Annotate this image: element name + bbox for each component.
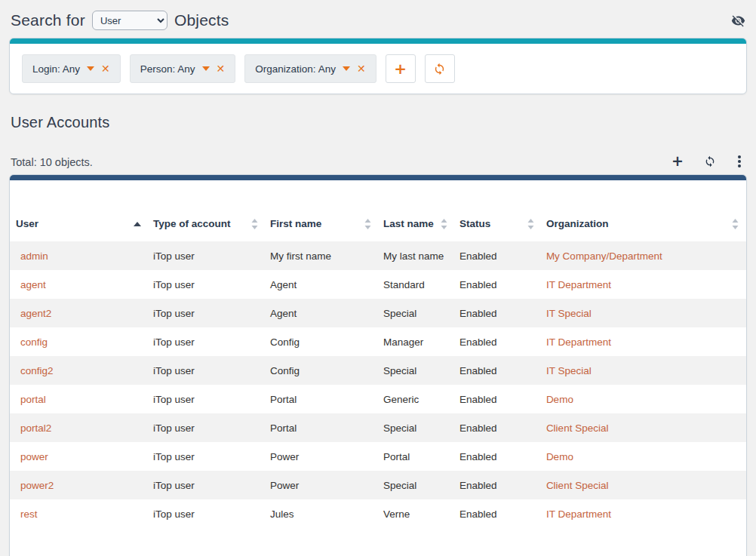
organization-link[interactable]: IT Special	[546, 308, 592, 319]
cell-type-of-account: iTop user	[147, 299, 264, 327]
column-header-label: Last name	[383, 218, 434, 229]
table-row: power iTop user Power Portal Enabled Dem…	[10, 442, 746, 471]
cell-status: Enabled	[453, 241, 540, 270]
eye-slash-icon[interactable]	[731, 14, 745, 28]
table-row: power2 iTop user Power Special Enabled C…	[10, 471, 746, 499]
search-header: Search for User Objects	[11, 11, 745, 30]
list-toolbar: Total: 10 objects. +	[11, 154, 745, 168]
remove-criterion-icon[interactable]: ✕	[357, 63, 366, 74]
column-header[interactable]: Last name	[377, 209, 453, 241]
column-header-label: Status	[459, 218, 490, 229]
user-link[interactable]: config	[20, 336, 48, 348]
filter-chip-label: Login: Any	[32, 63, 80, 75]
class-select[interactable]: User	[92, 11, 167, 30]
cell-first-name: My first name	[264, 241, 377, 270]
table-panel-accent-bar	[10, 175, 746, 180]
user-link[interactable]: agent2	[20, 308, 51, 319]
user-link[interactable]: admin	[20, 250, 48, 262]
cell-first-name: Config	[264, 356, 377, 385]
organization-link[interactable]: IT Department	[546, 508, 611, 520]
user-link[interactable]: agent	[20, 279, 46, 290]
remove-criterion-icon[interactable]: ✕	[101, 63, 110, 74]
cell-first-name: Jules	[264, 499, 377, 528]
column-header[interactable]: First name	[264, 209, 377, 241]
plus-icon: +	[394, 60, 407, 78]
cell-last-name: Generic	[377, 385, 453, 413]
user-link[interactable]: rest	[20, 508, 38, 520]
cell-last-name: Special	[377, 299, 453, 327]
add-criterion-button[interactable]: +	[386, 54, 416, 83]
filter-chip[interactable]: Login: Any ✕	[22, 54, 121, 83]
filter-chip[interactable]: Person: Any ✕	[130, 54, 236, 83]
remove-criterion-icon[interactable]: ✕	[217, 63, 226, 74]
cell-last-name: Standard	[377, 270, 453, 299]
user-link[interactable]: power	[20, 451, 48, 462]
table-row: agent iTop user Agent Standard Enabled I…	[10, 270, 746, 299]
sort-ascending-icon[interactable]	[134, 222, 141, 226]
organization-link[interactable]: Client Special	[546, 480, 609, 491]
cell-last-name: Special	[377, 356, 453, 385]
organization-link[interactable]: Client Special	[546, 422, 609, 434]
cell-status: Enabled	[453, 299, 540, 327]
plus-icon: +	[671, 154, 684, 168]
cell-type-of-account: iTop user	[147, 356, 264, 385]
table-row: admin iTop user My first name My last na…	[10, 241, 746, 270]
user-link[interactable]: portal2	[20, 422, 51, 434]
chevron-down-icon[interactable]	[202, 66, 210, 71]
cell-last-name: Manager	[377, 327, 453, 356]
search-panel-accent-bar	[10, 38, 746, 44]
user-link[interactable]: power2	[20, 480, 54, 491]
organization-link[interactable]: My Company/Department	[546, 250, 662, 262]
sort-icon[interactable]	[364, 219, 371, 229]
chevron-down-icon[interactable]	[87, 66, 94, 71]
refresh-icon	[433, 63, 446, 75]
refresh-icon	[704, 155, 716, 167]
column-header-label: Organization	[546, 218, 609, 229]
total-count: Total: 10 objects.	[11, 156, 93, 168]
user-link[interactable]: portal	[20, 394, 46, 405]
cell-type-of-account: iTop user	[147, 270, 264, 299]
organization-link[interactable]: IT Department	[546, 336, 611, 348]
cell-first-name: Portal	[264, 413, 377, 442]
sort-icon[interactable]	[251, 219, 258, 229]
organization-link[interactable]: IT Special	[546, 365, 592, 376]
user-link[interactable]: config2	[20, 365, 54, 376]
table-row: config2 iTop user Config Special Enabled…	[10, 356, 746, 385]
page: Search for User Objects Login: Any ✕	[0, 0, 756, 556]
column-header[interactable]: User	[10, 209, 147, 241]
column-header-label: First name	[270, 218, 321, 229]
cell-type-of-account: iTop user	[147, 413, 264, 442]
cell-last-name: Special	[377, 471, 453, 499]
criteria-chips: Login: Any ✕ Person: Any ✕ Organization:…	[22, 54, 376, 83]
filter-chip[interactable]: Organization: Any ✕	[244, 54, 376, 83]
organization-link[interactable]: Demo	[546, 451, 573, 462]
cell-first-name: Power	[264, 442, 377, 471]
cell-type-of-account: iTop user	[147, 499, 264, 528]
cell-status: Enabled	[453, 471, 540, 499]
column-header[interactable]: Type of account	[147, 209, 264, 241]
organization-link[interactable]: IT Department	[546, 279, 611, 290]
column-header[interactable]: Organization	[540, 209, 746, 241]
cell-status: Enabled	[453, 385, 540, 413]
table-row: agent2 iTop user Agent Special Enabled I…	[10, 299, 746, 327]
sort-icon[interactable]	[732, 219, 739, 229]
column-header-label: User	[16, 218, 38, 229]
kebab-menu-icon	[738, 160, 741, 163]
cell-last-name: Portal	[377, 442, 453, 471]
refresh-list-button[interactable]	[704, 155, 716, 167]
add-object-button[interactable]: +	[671, 154, 684, 168]
sort-icon[interactable]	[527, 219, 534, 229]
column-header-label: Type of account	[153, 218, 231, 229]
refresh-search-button[interactable]	[425, 54, 455, 83]
cell-first-name: Agent	[264, 299, 377, 327]
cell-status: Enabled	[453, 413, 540, 442]
organization-link[interactable]: Demo	[546, 394, 573, 405]
sort-icon[interactable]	[441, 219, 447, 229]
cell-status: Enabled	[453, 442, 540, 471]
table-row: rest iTop user Jules Verne Enabled IT De…	[10, 499, 746, 528]
more-actions-button[interactable]	[736, 160, 742, 163]
cell-last-name: My last name	[377, 241, 453, 270]
chevron-down-icon[interactable]	[343, 66, 350, 71]
cell-first-name: Portal	[264, 385, 377, 413]
column-header[interactable]: Status	[453, 209, 540, 241]
